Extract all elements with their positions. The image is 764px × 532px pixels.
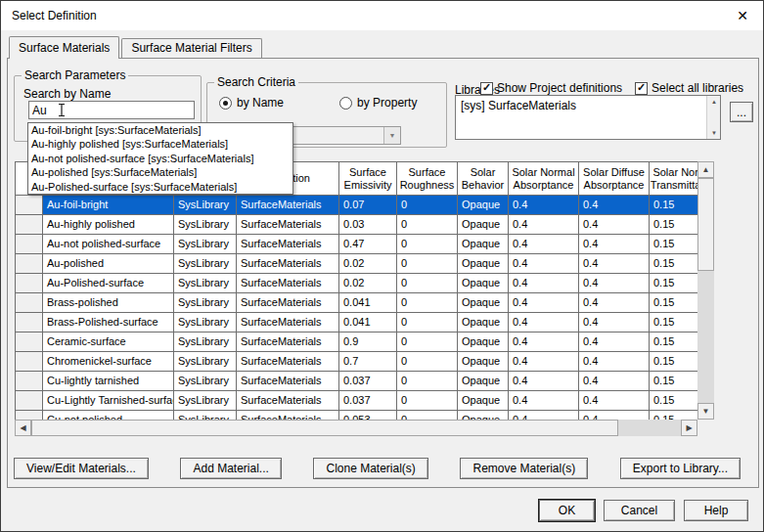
vertical-scrollbar[interactable]: ▲ ▼ — [697, 161, 714, 420]
help-button[interactable]: Help — [684, 500, 748, 521]
row-selector-cell[interactable] — [16, 215, 43, 235]
remove-material-button[interactable]: Remove Material(s) — [460, 458, 588, 479]
column-header[interactable]: SurfaceEmissivity — [339, 162, 397, 196]
cancel-button[interactable]: Cancel — [604, 500, 675, 521]
table-cell: 0.15 — [650, 411, 698, 420]
scroll-right-icon[interactable]: ▶ — [681, 420, 697, 436]
scroll-left-icon[interactable]: ◀ — [15, 420, 31, 436]
libraries-list[interactable]: ▲ ▼ [sys] SurfaceMaterials — [455, 95, 721, 140]
table-cell: Brass-polished — [43, 293, 174, 313]
table-cell: 0.4 — [509, 196, 579, 215]
checkbox-box: ✓ — [635, 82, 648, 95]
row-selector-cell[interactable] — [16, 372, 43, 391]
radio-by-name[interactable]: by Name — [219, 96, 284, 110]
table-row[interactable]: Au-polishedSysLibrarySurfaceMaterials0.0… — [16, 254, 698, 274]
table-cell: 0.4 — [509, 274, 579, 293]
table-cell: SurfaceMaterials — [237, 215, 339, 235]
library-list-item[interactable]: [sys] SurfaceMaterials — [456, 96, 720, 112]
clone-material-button[interactable]: Clone Material(s) — [313, 458, 427, 479]
table-row[interactable]: Au-foil-brightSysLibrarySurfaceMaterials… — [16, 196, 698, 215]
materials-table: DefinitionSurfaceEmissivitySurfaceRoughn… — [15, 161, 698, 420]
ok-button[interactable]: OK — [539, 500, 595, 521]
table-cell: SysLibrary — [174, 196, 237, 215]
table-cell: SysLibrary — [174, 293, 237, 313]
table-cell: 0.053 — [339, 411, 397, 420]
table-cell: 0.02 — [339, 254, 397, 274]
scroll-up-icon[interactable]: ▲ — [707, 96, 721, 108]
hscroll-track[interactable] — [31, 420, 681, 436]
table-row[interactable]: Au-Polished-surfaceSysLibrarySurfaceMate… — [16, 274, 698, 293]
select-all-libraries-checkbox[interactable]: ✓ Select all libraries — [635, 81, 743, 95]
tab-surface-materials[interactable]: Surface Materials — [9, 36, 119, 59]
table-cell: SysLibrary — [174, 352, 237, 372]
column-header[interactable]: SolarBehavior — [458, 162, 509, 196]
scroll-down-icon[interactable]: ▼ — [707, 127, 721, 139]
autocomplete-item[interactable]: Au-highly polished [sys:SurfaceMaterials… — [28, 137, 292, 151]
table-row[interactable]: Cu-Lightly Tarnished-surfaceSysLibrarySu… — [16, 391, 698, 411]
table-cell: 0.4 — [509, 391, 579, 411]
column-header[interactable]: SurfaceRoughness — [397, 162, 458, 196]
row-selector-cell[interactable] — [16, 274, 43, 293]
horizontal-scrollbar[interactable]: ◀ ▶ — [15, 420, 697, 436]
table-cell: 0.9 — [339, 332, 397, 352]
row-selector-cell[interactable] — [16, 235, 43, 254]
table-cell: 0.4 — [509, 313, 579, 332]
libraries-list-scrollbar[interactable]: ▲ ▼ — [706, 96, 720, 139]
table-cell: SurfaceMaterials — [237, 196, 339, 215]
table-cell: SysLibrary — [174, 411, 237, 420]
row-selector-cell[interactable] — [16, 332, 43, 352]
autocomplete-item[interactable]: Au-polished [sys:SurfaceMaterials] — [28, 165, 292, 179]
table-cell: Cu-Lightly Tarnished-surface — [43, 391, 174, 411]
table-cell: SysLibrary — [174, 274, 237, 293]
row-selector-cell[interactable] — [16, 293, 43, 313]
row-selector-cell[interactable] — [16, 196, 43, 215]
show-project-definitions-checkbox[interactable]: ✓ Show Project definitions — [480, 81, 622, 95]
add-material-button[interactable]: Add Material... — [180, 458, 281, 479]
row-selector-cell[interactable] — [16, 254, 43, 274]
row-selector-cell[interactable] — [16, 352, 43, 372]
table-cell: Brass-Polished-surface — [43, 313, 174, 332]
button-label: OK — [559, 504, 575, 517]
autocomplete-item[interactable]: Au-Polished-surface [sys:SurfaceMaterial… — [28, 180, 292, 194]
table-cell: SurfaceMaterials — [237, 372, 339, 391]
search-by-name-input[interactable] — [28, 101, 195, 119]
autocomplete-item[interactable]: Au-not polished-surface [sys:SurfaceMate… — [28, 152, 292, 165]
tab-surface-material-filters[interactable]: Surface Material Filters — [121, 38, 261, 58]
table-row[interactable]: Cu-not polishedSysLibrarySurfaceMaterial… — [16, 411, 698, 420]
row-selector-cell[interactable] — [16, 411, 43, 420]
vscroll-thumb[interactable] — [697, 178, 714, 271]
button-label: Clone Material(s) — [326, 462, 415, 475]
row-selector-cell[interactable] — [16, 313, 43, 332]
row-selector-cell[interactable] — [16, 391, 43, 411]
table-row[interactable]: Brass-Polished-surfaceSysLibrarySurfaceM… — [16, 313, 698, 332]
browse-libraries-button[interactable]: ... — [730, 102, 753, 122]
hscroll-thumb[interactable] — [31, 420, 618, 436]
table-row[interactable]: Cu-lightly tarnishedSysLibrarySurfaceMat… — [16, 372, 698, 391]
close-icon[interactable]: ✕ — [732, 7, 753, 24]
table-cell: SurfaceMaterials — [237, 254, 339, 274]
table-cell: Opaque — [458, 274, 509, 293]
table-row[interactable]: Au-highly polishedSysLibrarySurfaceMater… — [16, 215, 698, 235]
material-actions: View/Edit Materials... Add Material... C… — [14, 458, 741, 479]
view-edit-materials-button[interactable]: View/Edit Materials... — [14, 458, 149, 479]
chevron-down-icon: ▼ — [383, 127, 400, 144]
autocomplete-item[interactable]: Au-foil-bright [sys:SurfaceMaterials] — [28, 123, 292, 137]
export-to-library-button[interactable]: Export to Library... — [620, 458, 741, 479]
table-row[interactable]: Au-not polished-surfaceSysLibrarySurface… — [16, 235, 698, 254]
scroll-down-icon[interactable]: ▼ — [697, 403, 714, 420]
column-header[interactable]: Solar NormalAbsorptance — [509, 162, 579, 196]
scroll-up-icon[interactable]: ▲ — [697, 161, 714, 178]
column-header[interactable]: Solar DiffuseAbsorptance — [579, 162, 650, 196]
table-cell: SysLibrary — [174, 332, 237, 352]
table-row[interactable]: Brass-polishedSysLibrarySurfaceMaterials… — [16, 293, 698, 313]
vscroll-track[interactable] — [697, 178, 714, 403]
table-cell: Au-Polished-surface — [43, 274, 174, 293]
column-header[interactable]: Solar NormalTransmittance — [650, 162, 698, 196]
table-row[interactable]: Chromenickel-surfaceSysLibrarySurfaceMat… — [16, 352, 698, 372]
table-cell: SurfaceMaterials — [237, 411, 339, 420]
table-row[interactable]: Ceramic-surfaceSysLibrarySurfaceMaterial… — [16, 332, 698, 352]
table-cell: 0.03 — [339, 215, 397, 235]
table-cell: 0 — [397, 293, 458, 313]
table-cell: SysLibrary — [174, 372, 237, 391]
radio-by-property[interactable]: by Property — [339, 96, 417, 110]
